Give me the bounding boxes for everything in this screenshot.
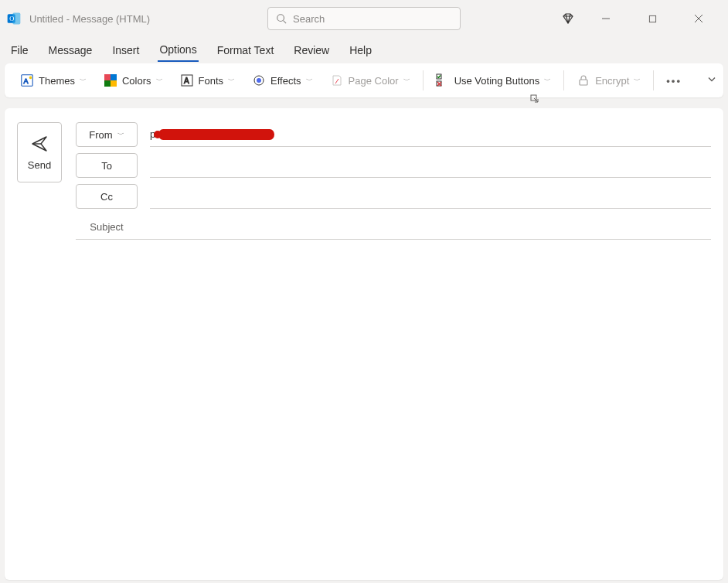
- encrypt-button[interactable]: Encrypt ﹀: [573, 68, 644, 93]
- to-field[interactable]: [150, 153, 711, 178]
- fonts-label: Fonts: [199, 75, 224, 87]
- premium-diamond-icon[interactable]: [561, 12, 575, 26]
- voting-icon: [436, 73, 450, 87]
- cc-label: Cc: [100, 191, 113, 203]
- minimize-button[interactable]: [590, 6, 621, 31]
- page-color-button[interactable]: Page Color ﹀: [327, 68, 413, 93]
- svg-rect-14: [104, 80, 111, 87]
- ribbon-separator: [423, 70, 424, 90]
- search-box[interactable]: [267, 7, 461, 30]
- svg-rect-13: [111, 74, 117, 80]
- chevron-down-icon: ﹀: [117, 130, 124, 140]
- page-color-label: Page Color: [349, 75, 399, 87]
- voting-label: Use Voting Buttons: [454, 75, 540, 87]
- svg-point-19: [257, 78, 261, 83]
- chevron-down-icon: ﹀: [228, 76, 235, 86]
- to-label: To: [101, 160, 112, 172]
- send-icon: [30, 135, 49, 153]
- search-icon: [276, 13, 287, 24]
- voting-button[interactable]: Use Voting Buttons ﹀: [433, 68, 555, 93]
- chevron-down-icon: ﹀: [80, 76, 87, 86]
- subject-label: Subject: [76, 221, 138, 233]
- outlook-icon: O: [6, 11, 22, 26]
- themes-button[interactable]: A Themes ﹀: [17, 68, 90, 93]
- close-button[interactable]: [683, 6, 714, 31]
- svg-rect-22: [580, 80, 587, 85]
- to-input[interactable]: [150, 159, 711, 171]
- menu-message[interactable]: Message: [47, 39, 94, 61]
- cc-field[interactable]: [150, 184, 711, 209]
- chevron-down-icon: ﹀: [544, 76, 551, 86]
- colors-label: Colors: [122, 75, 151, 87]
- ribbon-separator: [653, 70, 654, 90]
- message-body[interactable]: [17, 249, 711, 558]
- chevron-down-icon: ﹀: [403, 76, 410, 86]
- compose-pane: Send From ﹀ To Cc p: [5, 108, 723, 580]
- dialog-launcher-icon[interactable]: [530, 94, 539, 106]
- from-button[interactable]: From ﹀: [76, 122, 138, 147]
- collapse-ribbon-button[interactable]: [706, 74, 717, 87]
- page-color-icon: [330, 73, 344, 87]
- svg-line-4: [284, 21, 287, 24]
- menu-options[interactable]: Options: [158, 39, 198, 62]
- svg-rect-6: [649, 15, 655, 22]
- cc-input[interactable]: [150, 190, 711, 202]
- subject-input[interactable]: [147, 221, 711, 233]
- window-title: Untitled - Message (HTML): [29, 13, 150, 25]
- fonts-button[interactable]: A Fonts ﹀: [177, 68, 239, 93]
- menu-file[interactable]: File: [9, 39, 30, 61]
- effects-icon: [252, 73, 266, 87]
- search-input[interactable]: [293, 13, 452, 25]
- send-label: Send: [28, 159, 51, 171]
- themes-icon: A: [20, 73, 34, 87]
- maximize-button[interactable]: [637, 6, 668, 31]
- from-field[interactable]: p: [150, 122, 711, 147]
- to-button[interactable]: To: [76, 153, 138, 178]
- svg-text:A: A: [184, 77, 189, 85]
- themes-label: Themes: [39, 75, 75, 87]
- menu-format-text[interactable]: Format Text: [216, 39, 276, 61]
- menu-bar: File Message Insert Options Format Text …: [0, 37, 728, 63]
- cc-button[interactable]: Cc: [76, 184, 138, 209]
- ribbon: A Themes ﹀ Colors ﹀ A Fonts ﹀: [5, 63, 723, 97]
- from-label: From: [89, 129, 112, 141]
- colors-button[interactable]: Colors ﹀: [100, 68, 166, 93]
- menu-review[interactable]: Review: [292, 39, 331, 61]
- effects-label: Effects: [270, 75, 301, 87]
- more-commands-button[interactable]: •••: [663, 68, 685, 93]
- svg-rect-12: [104, 74, 111, 80]
- lock-icon: [577, 73, 590, 87]
- svg-rect-15: [111, 80, 117, 87]
- chevron-down-icon: ﹀: [156, 76, 163, 86]
- title-bar: O Untitled - Message (HTML): [0, 0, 728, 37]
- svg-text:O: O: [9, 15, 14, 22]
- svg-line-7: [695, 15, 702, 22]
- chevron-down-icon: ﹀: [306, 76, 313, 86]
- svg-text:A: A: [24, 77, 29, 85]
- svg-point-11: [29, 77, 32, 80]
- svg-point-3: [277, 15, 284, 22]
- colors-icon: [104, 73, 117, 87]
- encrypt-label: Encrypt: [595, 75, 629, 87]
- effects-button[interactable]: Effects ﹀: [249, 68, 316, 93]
- send-button[interactable]: Send: [17, 122, 62, 182]
- menu-help[interactable]: Help: [348, 39, 373, 61]
- chevron-down-icon: ﹀: [634, 76, 641, 86]
- from-value-redacted: [158, 129, 274, 140]
- ribbon-separator: [563, 70, 564, 90]
- ellipsis-icon: •••: [666, 75, 682, 87]
- svg-line-8: [695, 15, 702, 22]
- menu-insert[interactable]: Insert: [111, 39, 141, 61]
- fonts-icon: A: [180, 73, 194, 87]
